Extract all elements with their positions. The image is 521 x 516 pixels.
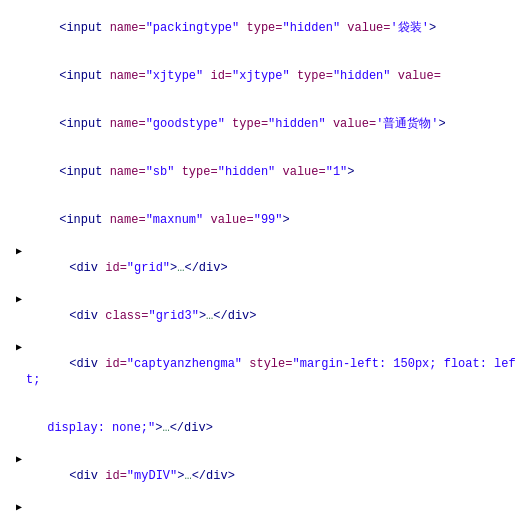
tag: <input — [59, 117, 102, 131]
code-line-8: ▶ <div id="captyanzhengma" style="margin… — [0, 340, 521, 404]
attr: class= — [105, 309, 148, 323]
tag: <div — [69, 357, 98, 371]
code-line-4: <input name="sb" type="hidden" value="1"… — [0, 148, 521, 196]
attr: id= — [105, 357, 127, 371]
value: '袋装' — [391, 21, 429, 35]
tag: > — [429, 21, 436, 35]
tag: > — [347, 165, 354, 179]
tag: <input — [59, 69, 102, 83]
attr: name= — [110, 165, 146, 179]
value: "hidden" — [333, 69, 391, 83]
code-line-1: <input name="packingtype" type="hidden" … — [0, 4, 521, 52]
value: "grid" — [127, 261, 170, 275]
comment: … — [162, 421, 169, 435]
expand-arrow[interactable]: ▶ — [16, 340, 26, 356]
tag: <input — [59, 213, 102, 227]
tag: <div — [69, 309, 98, 323]
value: "hidden" — [268, 117, 326, 131]
value: "captyanzhengma" — [127, 357, 242, 371]
attr: name= — [110, 117, 146, 131]
attr: value= — [210, 213, 253, 227]
attr: name= — [110, 69, 146, 83]
tag: <div — [69, 469, 98, 483]
tag: > — [439, 117, 446, 131]
attr: value= — [347, 21, 390, 35]
expand-arrow[interactable]: ▶ — [16, 500, 26, 516]
code-line-2: <input name="xjtype" id="xjtype" type="h… — [0, 52, 521, 100]
value: "99" — [254, 213, 283, 227]
code-line-9: ▶ <div id="myDIV">…</div> — [0, 452, 521, 500]
value: "myDIV" — [127, 469, 177, 483]
attr: value= — [333, 117, 376, 131]
tag: </div> — [170, 421, 213, 435]
value: "hidden" — [283, 21, 341, 35]
attr: value= — [283, 165, 326, 179]
code-line-3: <input name="goodstype" type="hidden" va… — [0, 100, 521, 148]
value: "xjtype" — [146, 69, 204, 83]
attr: type= — [297, 69, 333, 83]
tag: </div> — [192, 469, 235, 483]
attr: id= — [210, 69, 232, 83]
tag: > — [199, 309, 206, 323]
attr: id= — [105, 469, 127, 483]
code-line-7: ▶ <div class="grid3">…</div> — [0, 292, 521, 340]
value: '普通货物' — [376, 117, 438, 131]
tag: <div — [69, 261, 98, 275]
attr: value= — [398, 69, 441, 83]
attr: name= — [110, 21, 146, 35]
value: "sb" — [146, 165, 175, 179]
tag: <input — [59, 165, 102, 179]
value: "hidden" — [218, 165, 276, 179]
attr: type= — [232, 117, 268, 131]
tag: </div> — [184, 261, 227, 275]
attr: id= — [105, 261, 127, 275]
code-line-10: ▶ <div id="vaptchaContainer" style="widt… — [0, 500, 521, 516]
value: "xjtype" — [232, 69, 290, 83]
tag: > — [283, 213, 290, 227]
attr: type= — [246, 21, 282, 35]
value: display: none;" — [47, 421, 155, 435]
code-viewer: <input name="packingtype" type="hidden" … — [0, 0, 521, 516]
expand-arrow[interactable]: ▶ — [16, 292, 26, 308]
value: "1" — [326, 165, 348, 179]
expand-arrow[interactable]: ▶ — [16, 452, 26, 468]
value: "goodstype" — [146, 117, 225, 131]
value: "packingtype" — [146, 21, 240, 35]
tag: <input — [59, 21, 102, 35]
comment: … — [184, 469, 191, 483]
code-line-8b: display: none;">…</div> — [0, 404, 521, 452]
code-line-6: ▶ <div id="grid">…</div> — [0, 244, 521, 292]
value: "maxnum" — [146, 213, 204, 227]
value: "grid3" — [148, 309, 198, 323]
attr: type= — [182, 165, 218, 179]
attr: name= — [110, 213, 146, 227]
expand-arrow[interactable]: ▶ — [16, 244, 26, 260]
attr: style= — [249, 357, 292, 371]
code-line-5: <input name="maxnum" value="99"> — [0, 196, 521, 244]
tag: </div> — [213, 309, 256, 323]
